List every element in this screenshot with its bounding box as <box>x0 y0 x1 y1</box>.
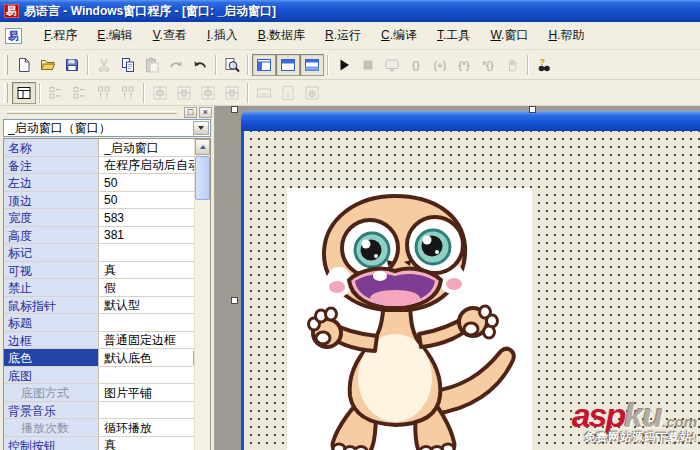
property-row-border[interactable]: 边框普通固定边框 <box>4 332 210 350</box>
property-label[interactable]: 名称 <box>4 139 99 156</box>
property-label[interactable]: 背景音乐 <box>4 402 99 419</box>
panel-restore-icon[interactable]: □ <box>184 107 197 118</box>
property-row-width[interactable]: 宽度583 <box>4 209 210 227</box>
property-label[interactable]: 高度 <box>4 227 99 244</box>
property-row-note[interactable]: 备注在程序启动后自动 <box>4 157 210 175</box>
property-row-left[interactable]: 左边50 <box>4 174 210 192</box>
property-row-back-color[interactable]: 底色默认底色 <box>4 349 210 367</box>
property-label[interactable]: 左边 <box>4 174 99 191</box>
view-left-pane-button[interactable] <box>252 54 276 76</box>
property-row-height[interactable]: 高度381 <box>4 227 210 245</box>
designed-form-body[interactable]: aspku.com 免费网站源码下载站! <box>241 131 700 450</box>
menu-item-program[interactable]: F.程序 <box>34 24 87 47</box>
dinosaur-cartoon-image <box>287 188 532 450</box>
menu-item-insert[interactable]: I.插入 <box>197 24 248 47</box>
property-label[interactable]: 可视 <box>4 262 99 279</box>
designed-form-window[interactable]: aspku.com 免费网站源码下载站! <box>241 111 700 450</box>
component-selector[interactable]: _启动窗口（窗口） <box>3 119 211 137</box>
property-row-visible[interactable]: 可视真 <box>4 262 210 280</box>
undo-button[interactable] <box>188 54 212 76</box>
property-grid-scrollbar[interactable] <box>194 139 210 450</box>
property-label[interactable]: 标题 <box>4 314 99 331</box>
align-left-edges-button <box>44 82 68 104</box>
view-split-pane-button[interactable] <box>300 54 324 76</box>
save-button[interactable] <box>60 54 84 76</box>
form-designer-canvas[interactable]: aspku.com 免费网站源码下载站! <box>215 106 700 450</box>
property-row-title[interactable]: 标题 <box>4 314 210 332</box>
property-label[interactable]: 备注 <box>4 157 99 174</box>
align-centers-button <box>220 82 244 104</box>
open-file-icon <box>40 57 56 73</box>
property-row-mouse-pointer[interactable]: 鼠标指针默认型 <box>4 297 210 315</box>
copy-button[interactable] <box>116 54 140 76</box>
property-value-text: 在程序启动后自动 <box>104 157 200 173</box>
find-button[interactable] <box>220 54 244 76</box>
menu-item-window[interactable]: W.窗口 <box>480 24 538 47</box>
designed-form-titlebar[interactable] <box>241 111 700 131</box>
menu-item-tools[interactable]: T.工具 <box>427 24 480 47</box>
scrollbar-thumb[interactable] <box>195 156 210 200</box>
same-width-icon <box>256 85 272 101</box>
align-middles-button <box>196 82 220 104</box>
properties-panel-header: □ × <box>0 106 214 118</box>
picture-control[interactable] <box>287 188 532 450</box>
property-row-control-buttons[interactable]: 控制按钮真 <box>4 437 210 450</box>
property-label[interactable]: 标记 <box>4 244 99 261</box>
top-pane-icon <box>280 57 296 73</box>
property-label[interactable]: 底图 <box>4 367 99 384</box>
property-row-back-image[interactable]: 底图 <box>4 367 210 385</box>
insert-const-icon <box>480 57 496 73</box>
pan-hand-icon <box>504 57 520 73</box>
align-right-icon <box>72 85 88 101</box>
main-area: □ × _启动窗口（窗口） 名称_启动窗口备注在程序启动后自动左边50顶边50宽… <box>0 106 700 450</box>
property-row-top[interactable]: 顶边50 <box>4 192 210 210</box>
cut-icon <box>96 57 112 73</box>
menu-item-edit[interactable]: E.编辑 <box>87 24 142 47</box>
property-row-disabled[interactable]: 禁止假 <box>4 279 210 297</box>
form-resize-handle-top-left[interactable] <box>231 106 238 113</box>
menu-item-compile[interactable]: C.编译 <box>371 24 427 47</box>
view-top-pane-button[interactable] <box>276 54 300 76</box>
property-label[interactable]: 宽度 <box>4 209 99 226</box>
form-resize-handle-middle-left[interactable] <box>231 297 238 304</box>
property-row-name[interactable]: 名称_启动窗口 <box>4 139 210 157</box>
find-icon <box>224 57 240 73</box>
chevron-down-icon <box>198 126 204 130</box>
toolbar-grip[interactable] <box>4 55 8 75</box>
property-row-tag[interactable]: 标记 <box>4 244 210 262</box>
run-program-button[interactable] <box>332 54 356 76</box>
window-titlebar[interactable]: 易 易语言 - Windows窗口程序 - [窗口: _启动窗口] <box>0 0 700 22</box>
panel-grip[interactable] <box>7 111 177 114</box>
menu-item-help[interactable]: H.帮助 <box>538 24 594 47</box>
property-value-text: _启动窗口 <box>104 140 159 156</box>
find-help-button[interactable] <box>532 54 556 76</box>
property-value-text: 循环播放 <box>104 420 152 436</box>
property-label[interactable]: 边框 <box>4 332 99 349</box>
menu-item-run[interactable]: R.运行 <box>315 24 371 47</box>
component-selector-dropdown-button[interactable] <box>193 121 209 135</box>
property-label[interactable]: 禁止 <box>4 279 99 296</box>
property-row-play-count[interactable]: 播放次数循环播放 <box>4 419 210 437</box>
panel-close-icon[interactable]: × <box>199 107 212 118</box>
property-row-back-image-mode[interactable]: 底图方式图片平铺 <box>4 384 210 402</box>
toolbar-grip[interactable] <box>4 83 8 103</box>
open-file-button[interactable] <box>36 54 60 76</box>
property-label[interactable]: 控制按钮 <box>4 437 99 450</box>
paste-button <box>140 54 164 76</box>
menu-item-view[interactable]: V.查看 <box>143 24 197 47</box>
form-resize-handle-top-center[interactable] <box>529 106 536 113</box>
property-label[interactable]: 顶边 <box>4 192 99 209</box>
insert-subroutine-button <box>404 54 428 76</box>
scroll-up-button[interactable] <box>195 139 210 155</box>
property-label[interactable]: 播放次数 <box>4 419 99 436</box>
property-label[interactable]: 底图方式 <box>4 384 99 401</box>
form-designer-button[interactable] <box>12 82 36 104</box>
menu-item-database[interactable]: B.数据库 <box>248 24 315 47</box>
redo-button <box>164 54 188 76</box>
property-label[interactable]: 鼠标指针 <box>4 297 99 314</box>
new-file-button[interactable] <box>12 54 36 76</box>
undo-icon <box>192 57 208 73</box>
property-row-background-music[interactable]: 背景音乐 <box>4 402 210 420</box>
property-label[interactable]: 底色 <box>4 349 99 366</box>
document-menu-icon[interactable]: 易 <box>5 28 22 44</box>
